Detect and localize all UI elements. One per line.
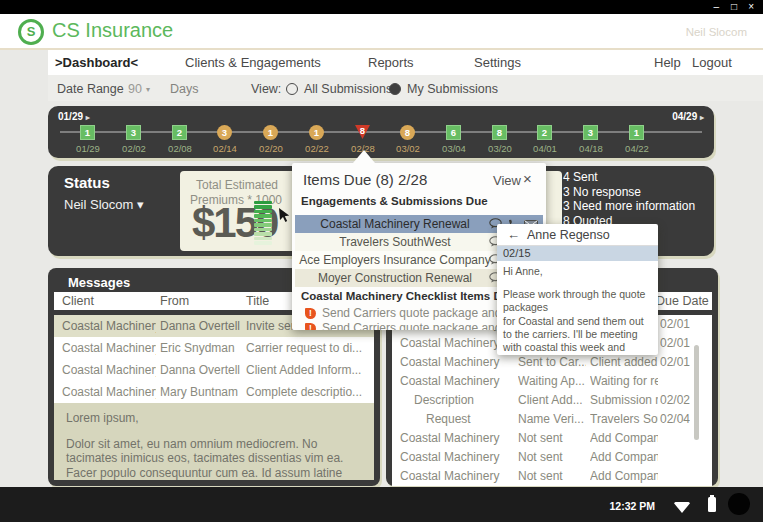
timeline-node-0222[interactable]: 1 02/22 (299, 106, 335, 158)
app-header: S CS Insurance Neil Slocom (0, 14, 763, 50)
message-sender: Anne Regenso (527, 228, 610, 242)
nav-clients-engagements[interactable]: Clients & Engagements (185, 55, 321, 70)
node-date: 02/08 (162, 143, 198, 154)
premiums-gauge (254, 201, 272, 246)
node-date: 03/20 (482, 143, 518, 154)
green-square-marker: 8 (492, 125, 507, 140)
my-submissions-label[interactable]: My Submissions (407, 82, 498, 96)
message-date-row[interactable]: 02/15 (497, 246, 658, 261)
chevron-down-icon[interactable]: ▾ (146, 85, 150, 94)
maximize-icon[interactable]: □ (731, 0, 737, 14)
nav-logout[interactable]: Logout (692, 55, 732, 70)
timeline-node-0220[interactable]: 1 02/20 (253, 106, 289, 158)
view-link[interactable]: View (493, 173, 521, 188)
timeline-node-0208[interactable]: 2 02/08 (162, 106, 198, 158)
status-user-dropdown[interactable]: Neil Slocom ▾ (64, 197, 144, 212)
chevron-down-icon: ▾ (137, 197, 144, 212)
timeline-node-0129[interactable]: 1 01/29 (70, 106, 106, 158)
nav-reports[interactable]: Reports (368, 55, 414, 70)
back-arrow-icon[interactable]: ← (507, 227, 520, 242)
timeline-end[interactable]: 04/29 ▸ (672, 111, 704, 122)
cs-insurance-logo-icon: S (18, 19, 44, 45)
date-range-value[interactable]: 90 (128, 82, 142, 96)
green-square-marker: 2 (537, 125, 552, 140)
node-date: 03/02 (390, 143, 426, 154)
battery-icon (708, 497, 716, 512)
view-label: View: (251, 82, 281, 96)
col-from: From (160, 294, 189, 308)
red-triangle-marker: 8 (355, 125, 370, 139)
stat-need-more-info: 3 Need more information (563, 199, 695, 214)
main-nav: >Dashboard< Clients & Engagements Report… (48, 50, 763, 75)
node-date: 02/14 (207, 143, 243, 154)
amber-circle-marker: 3 (217, 125, 232, 140)
timeline-node-0418[interactable]: 3 04/18 (573, 106, 609, 158)
date-range-label: Date Range (57, 82, 124, 96)
engagements-section-header: Engagements & Submissions Due (301, 195, 488, 207)
wifi-icon (674, 499, 690, 517)
brand-title: CS Insurance (52, 19, 173, 42)
submissions-scrollbar[interactable] (694, 345, 699, 440)
node-date: 02/02 (116, 143, 152, 154)
node-date: 02/22 (299, 143, 335, 154)
all-submissions-radio[interactable] (286, 83, 298, 95)
node-date: 02/20 (253, 143, 289, 154)
my-submissions-radio[interactable] (389, 83, 401, 95)
nav-dashboard[interactable]: >Dashboard< (55, 55, 138, 70)
close-icon[interactable]: × (748, 0, 754, 14)
submission-row[interactable]: Coastal Machinery Waiting Ap... Waiting … (392, 372, 712, 391)
status-title: Status (64, 174, 110, 191)
amber-circle-marker: 1 (263, 125, 278, 140)
col-due-date: Due Date (656, 294, 709, 308)
submission-row[interactable]: Coastal Machinery Sent to Car... Client … (392, 353, 712, 372)
submission-row[interactable]: Coastal Machinery Not sent Add Company (392, 448, 712, 467)
timeline-node-0302[interactable]: 8 03/02 (390, 106, 426, 158)
timeline-node-0401[interactable]: 2 04/01 (527, 106, 563, 158)
timeline-node-0214[interactable]: 3 02/14 (207, 106, 243, 158)
message-row[interactable]: Coastal Machinery Mary Buntnam Complete … (54, 381, 374, 403)
message-row[interactable]: Coastal Machinery Eric Snydman Carrier r… (54, 337, 374, 359)
filter-bar: Date Range 90 ▾ Days View: All Submissio… (48, 75, 763, 101)
close-icon[interactable]: × (523, 170, 532, 187)
stat-sent: 4 Sent (563, 170, 695, 185)
amber-circle-marker: 1 (309, 125, 324, 140)
submission-row[interactable]: Coastal Machinery Not sent Add Company (392, 429, 712, 448)
header-user-name: Neil Slocom (686, 26, 747, 38)
timeline-node-0304[interactable]: 6 03/04 (436, 106, 472, 158)
play-icon: ▸ (700, 113, 704, 122)
submission-row[interactable]: Coastal Machinery Not sent Add Company (392, 467, 712, 486)
message-detail-popup: ← Anne Regenso 02/15 Hi Anne, Please wor… (497, 224, 658, 355)
app-window: – □ × S CS Insurance Neil Slocom >Dashbo… (0, 0, 763, 522)
message-line2: for Coastal and send them out to the car… (503, 315, 652, 355)
days-label: Days (170, 82, 198, 96)
green-square-marker: 3 (583, 125, 598, 140)
col-title: Title (246, 294, 269, 308)
minimize-icon[interactable]: – (713, 0, 719, 14)
items-due-title: Items Due (8) 2/28 (303, 171, 427, 188)
message-popup-header: ← Anne Regenso (497, 224, 658, 246)
preview-salutation: Lorem ipsum, (66, 411, 362, 426)
timeline-node-0320[interactable]: 8 03/20 (482, 106, 518, 158)
message-row[interactable]: Coastal Machinery Danna Overtell Client … (54, 359, 374, 381)
metric-label-line1: Total Estimated (196, 178, 278, 192)
timeline-node-0422[interactable]: 1 04/22 (619, 106, 655, 158)
green-square-marker: 3 (126, 125, 141, 140)
preview-body: Dolor sit amet, eu nam omnium mediocrem.… (66, 437, 362, 481)
node-date: 04/22 (619, 143, 655, 154)
message-greeting: Hi Anne, (503, 265, 652, 278)
amber-circle-marker: 8 (400, 125, 415, 140)
timeline-panel: 01/29 ▸ 04/29 ▸ 1 01/29 3 02/02 2 02/08 … (48, 106, 714, 158)
checklist-section-header: Coastal Machinery Checklist Items Due (301, 290, 515, 302)
warning-icon: ! (305, 308, 316, 319)
nav-help[interactable]: Help (654, 55, 681, 70)
all-submissions-label[interactable]: All Submissions (304, 82, 392, 96)
warning-icon: ! (305, 323, 316, 330)
green-square-marker: 6 (446, 125, 461, 140)
green-square-marker: 1 (80, 125, 95, 140)
green-square-marker: 2 (172, 125, 187, 140)
submission-row[interactable]: Request Name Veri... Travelers South... … (392, 410, 712, 429)
timeline-node-0202[interactable]: 3 02/02 (116, 106, 152, 158)
nav-settings[interactable]: Settings (474, 55, 521, 70)
node-date: 01/29 (70, 143, 106, 154)
submission-row[interactable]: Description Client Add... Submission nam… (392, 391, 712, 410)
